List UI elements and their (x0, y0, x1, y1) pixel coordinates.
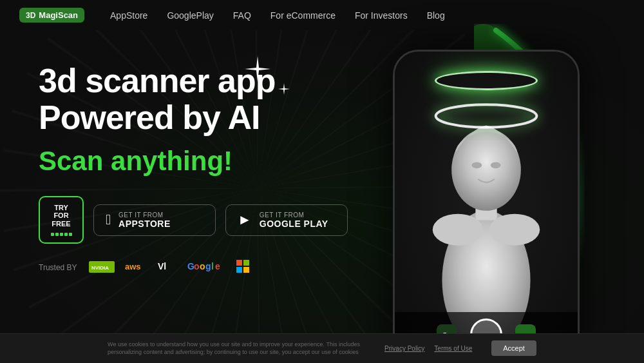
microsoft-logo (236, 260, 249, 275)
googleplay-button[interactable]: ► GET IT FROM GOOGLE PLAY (225, 204, 348, 236)
svg-rect-13 (243, 267, 249, 273)
hero-section: 3d scanner app Powered by AI Scan anythi… (0, 30, 644, 346)
nav-blog[interactable]: Blog (427, 10, 445, 21)
aws-icon: aws (125, 260, 147, 272)
cta-row: TRY FOR FREE  GET IT FROM APPSTORE ► (39, 196, 605, 243)
svg-text:aws: aws (125, 262, 141, 271)
hero-headline: 3d scanner app Powered by AI Scan anythi… (39, 63, 605, 177)
googleplay-icon: ► (238, 211, 252, 228)
nvidia-logo: NVIDIA (89, 261, 115, 274)
nvidia-icon: NVIDIA (89, 261, 115, 273)
trusted-logos: NVIDIA aws Vl G o o g l (89, 260, 249, 275)
trusted-label: Trusted BY (39, 263, 77, 272)
accept-button[interactable]: Accept (491, 340, 536, 356)
nav-investors[interactable]: For Investors (355, 10, 408, 21)
hero-title: 3d scanner app Powered by AI (39, 63, 393, 136)
vl-icon: Vl (158, 260, 177, 272)
nav-appstore[interactable]: AppStore (110, 10, 147, 21)
svg-text:g: g (205, 261, 211, 271)
try-free-dots (51, 233, 72, 236)
terms-of-use-link[interactable]: Terms of Use (434, 345, 472, 352)
appstore-name: APPSTORE (118, 219, 171, 229)
svg-text:o: o (194, 261, 200, 271)
vl-logo: Vl (158, 260, 177, 274)
logo-3d: 3D (26, 11, 35, 20)
svg-rect-11 (243, 260, 249, 266)
logo[interactable]: 3D MagiScan (19, 8, 84, 23)
appstore-button[interactable]:  GET IT FROM APPSTORE (93, 204, 216, 236)
microsoft-icon (236, 260, 249, 273)
google-logo: G o o g l e (187, 260, 226, 275)
cookie-links: Privacy Policy Terms of Use (384, 345, 472, 352)
svg-rect-10 (236, 260, 242, 266)
nav-links: AppStore GooglePlay FAQ For eCommerce Fo… (110, 10, 445, 21)
svg-text:e: e (215, 261, 220, 271)
privacy-policy-link[interactable]: Privacy Policy (384, 345, 424, 352)
try-free-button[interactable]: TRY FOR FREE (39, 196, 84, 243)
cookie-banner: We use cookies to understand how you use… (0, 333, 644, 363)
cookie-text: We use cookies to understand how you use… (108, 340, 365, 357)
svg-text:l: l (211, 261, 214, 271)
googleplay-label: GET IT FROM (260, 211, 328, 219)
trusted-by-row: Trusted BY NVIDIA aws Vl G (39, 260, 605, 275)
apple-icon:  (106, 211, 111, 228)
googleplay-name: GOOGLE PLAY (260, 219, 328, 229)
nav-faq[interactable]: FAQ (233, 10, 251, 21)
navigation: 3D MagiScan AppStore GooglePlay FAQ For … (0, 0, 644, 30)
scan-anything-text: Scan anything! (39, 146, 605, 177)
aws-logo: aws (125, 260, 147, 274)
google-icon: G o o g l e (187, 260, 226, 272)
appstore-label: GET IT FROM (118, 211, 171, 219)
svg-text:NVIDIA: NVIDIA (91, 265, 109, 271)
logo-name: MagiScan (39, 10, 78, 20)
nav-googleplay[interactable]: GooglePlay (167, 10, 213, 21)
svg-rect-12 (236, 267, 242, 273)
nav-ecommerce[interactable]: For eCommerce (270, 10, 336, 21)
svg-text:Vl: Vl (158, 261, 166, 271)
svg-text:o: o (200, 261, 205, 271)
